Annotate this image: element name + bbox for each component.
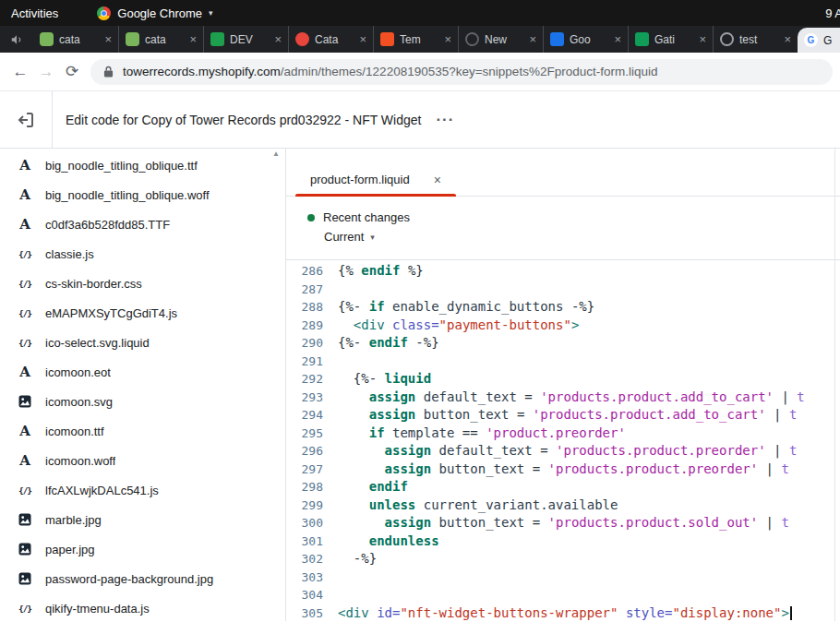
code-token — [338, 479, 369, 494]
close-icon[interactable]: × — [434, 173, 441, 187]
code-token — [338, 461, 385, 476]
browser-tab-strip-tabs: cata×cata×DEV×Cata×Tem×New×Goo×Gati×test… — [33, 26, 840, 53]
code-token: t — [789, 407, 797, 422]
code-line[interactable]: 296 assign default_text = 'products.prod… — [286, 442, 840, 461]
file-item[interactable]: Ac0df3a6b528fdd85.TTF — [0, 209, 285, 239]
code-line[interactable]: 299 unless current_variant.available — [286, 496, 840, 515]
tab-close-icon[interactable]: × — [274, 32, 282, 46]
line-number: 292 — [286, 370, 338, 389]
tab-close-icon[interactable]: × — [784, 32, 791, 46]
address-bar[interactable]: towerrecords.myshopify.com/admin/themes/… — [90, 59, 833, 85]
file-item[interactable]: {/}ico-select.svg.liquid — [0, 328, 285, 357]
goo-favicon — [550, 32, 564, 46]
tab-close-icon[interactable]: × — [614, 32, 621, 46]
tab-close-icon[interactable]: × — [104, 32, 112, 46]
line-number: 295 — [286, 425, 338, 443]
tab-close-icon[interactable]: × — [699, 32, 706, 46]
exit-code-editor-button[interactable] — [0, 91, 53, 148]
code-line[interactable]: 300 assign button_text = 'products.produ… — [286, 514, 840, 532]
tem-favicon — [380, 32, 394, 46]
tab-close-icon[interactable]: × — [359, 32, 366, 46]
line-number: 297 — [286, 461, 338, 479]
file-item[interactable]: {/}classie.js — [0, 239, 285, 269]
editor-file-tab[interactable]: product-form.liquid × — [295, 163, 456, 196]
file-item[interactable]: {/}lfcAXLwjkDALc541.js — [0, 475, 285, 505]
reload-button[interactable]: ⟳ — [59, 62, 85, 81]
file-item[interactable]: Abig_noodle_titling_oblique.ttf — [0, 150, 285, 180]
lock-icon[interactable] — [103, 66, 114, 78]
back-button[interactable]: ← — [7, 63, 33, 81]
code-editor[interactable]: 286{% endif %}287288{%- if enable_dynami… — [286, 260, 840, 621]
line-number: 300 — [286, 514, 338, 532]
code-line[interactable]: 297 assign button_text = 'products.produ… — [286, 461, 840, 479]
tab-close-icon[interactable]: × — [189, 32, 197, 46]
tab-title: Gati — [654, 33, 693, 46]
file-item[interactable]: marble.jpg — [0, 505, 285, 534]
file-item[interactable]: Aicomoon.ttf — [0, 416, 285, 446]
tab-close-icon[interactable]: × — [529, 32, 536, 46]
active-app-menu[interactable]: Google Chrome ▾ — [97, 6, 212, 20]
activities-button[interactable]: Activities — [11, 6, 58, 20]
file-item[interactable]: password-page-background.jpg — [0, 564, 285, 593]
dev-favicon — [210, 32, 224, 46]
line-number: 298 — [286, 478, 338, 496]
system-clock[interactable]: 9 A — [825, 6, 840, 20]
file-item[interactable]: paper.jpg — [0, 534, 285, 564]
browser-tab[interactable]: New× — [458, 26, 543, 53]
browser-tab[interactable]: test× — [713, 26, 798, 53]
code-token: if — [369, 299, 385, 314]
code-line[interactable]: 293 assign default_text = 'products.prod… — [286, 389, 840, 407]
file-item[interactable]: Aicomoon.woff — [0, 446, 285, 475]
code-token — [338, 407, 369, 422]
version-dropdown[interactable]: Current ▾ — [324, 230, 840, 244]
tab-title: Tem — [400, 33, 438, 46]
code-line[interactable]: 303 — [286, 568, 840, 587]
file-name: paper.jpg — [45, 543, 95, 556]
file-item[interactable]: Abig_noodle_titling_oblique.woff — [0, 180, 285, 209]
browser-tab[interactable]: Tem× — [373, 26, 458, 53]
tab-close-icon[interactable]: × — [444, 32, 451, 46]
scrollbar-up-icon[interactable]: ▲ — [272, 150, 280, 158]
code-line[interactable]: 287 — [286, 281, 840, 299]
gati-favicon — [635, 32, 649, 46]
code-line[interactable]: 294 assign button_text = 'products.produ… — [286, 406, 840, 425]
code-token — [338, 515, 385, 530]
code-line[interactable]: 290{%- endif -%} — [286, 334, 840, 353]
file-item[interactable]: icomoon.svg — [0, 387, 285, 416]
code-text: assign button_text = 'products.product.s… — [338, 514, 789, 532]
more-actions-button[interactable]: ··· — [436, 111, 454, 129]
browser-toolbar: ← → ⟳ towerrecords.myshopify.com/admin/t… — [0, 53, 840, 90]
code-line[interactable]: 304 — [286, 586, 840, 604]
google-favicon: G — [804, 33, 818, 47]
browser-tab[interactable]: Goo× — [543, 26, 628, 53]
code-token: -%} — [563, 299, 594, 314]
code-line[interactable]: 289 <div class="payment-buttons"> — [286, 317, 840, 335]
code-token: 'products.product.sold_out' — [548, 515, 759, 530]
page-title: Edit code for Copy of Tower Records prd0… — [66, 113, 421, 127]
file-item[interactable]: Aicomoon.eot — [0, 357, 285, 387]
code-line[interactable]: 286{% endif %} — [286, 262, 840, 281]
code-token: = — [517, 389, 540, 404]
file-list: Abig_noodle_titling_oblique.ttfAbig_nood… — [0, 150, 285, 621]
line-number: 294 — [286, 406, 338, 425]
code-token: 'products.product.preorder' — [556, 443, 766, 458]
browser-tab[interactable]: cata× — [118, 26, 203, 53]
browser-tab[interactable]: GG — [798, 28, 840, 53]
code-line[interactable]: 295 if template == 'product.preorder' — [286, 425, 840, 443]
browser-tab[interactable]: DEV× — [203, 26, 288, 53]
code-line[interactable]: 292 {%- liquid — [286, 370, 840, 389]
code-line[interactable]: 291 — [286, 353, 840, 371]
code-token: {%- — [338, 335, 369, 350]
file-item[interactable]: {/}qikify-tmenu-data.js — [0, 593, 285, 621]
code-token — [338, 443, 385, 458]
code-line[interactable]: 288{%- if enable_dynamic_buttons -%} — [286, 298, 840, 317]
browser-tab[interactable]: cata× — [33, 26, 118, 53]
code-line[interactable]: 302 -%} — [286, 550, 840, 568]
code-line[interactable]: 298 endif — [286, 478, 840, 496]
browser-tab[interactable]: Gati× — [628, 26, 713, 53]
code-line[interactable]: 301 endunless — [286, 532, 840, 551]
code-line[interactable]: 305<div id="nft-widget-buttons-wrapper" … — [286, 604, 840, 622]
file-item[interactable]: {/}eMAPMXSyTCgGdiT4.js — [0, 298, 285, 328]
browser-tab[interactable]: Cata× — [288, 26, 373, 53]
file-item[interactable]: {/}cs-skin-border.css — [0, 269, 285, 298]
